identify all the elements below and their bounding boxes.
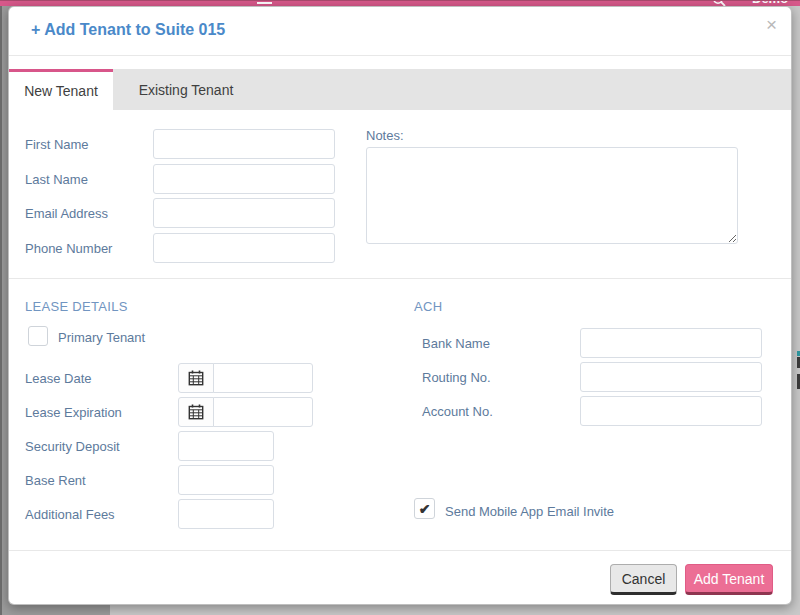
bank-name-label: Bank Name	[422, 336, 490, 351]
background-window-edge	[0, 0, 2, 615]
first-name-label: First Name	[25, 137, 89, 152]
cancel-button[interactable]: Cancel	[610, 564, 677, 595]
first-name-input[interactable]	[153, 129, 335, 159]
calendar-icon[interactable]	[178, 363, 214, 393]
footer-divider	[9, 550, 791, 551]
tab-new-tenant[interactable]: New Tenant	[9, 69, 113, 110]
primary-tenant-checkbox[interactable]	[28, 326, 48, 346]
tab-bar: New Tenant Existing Tenant	[9, 69, 791, 110]
add-tenant-button[interactable]: Add Tenant	[685, 564, 773, 595]
email-input[interactable]	[153, 198, 335, 228]
field-row-account-no: Account No.	[422, 396, 772, 426]
field-row-base-rent: Base Rent	[25, 465, 325, 495]
field-row-bank-name: Bank Name	[422, 328, 772, 358]
security-deposit-label: Security Deposit	[25, 439, 120, 454]
add-tenant-modal: + Add Tenant to Suite 015 × New Tenant E…	[8, 6, 792, 605]
modal-title: + Add Tenant to Suite 015	[31, 21, 225, 39]
phone-input[interactable]	[153, 233, 335, 263]
field-row-routing-no: Routing No.	[422, 362, 772, 392]
additional-fees-label: Additional Fees	[25, 507, 115, 522]
lease-date-input[interactable]	[213, 363, 313, 393]
lease-date-label: Lease Date	[25, 371, 92, 386]
last-name-label: Last Name	[25, 172, 88, 187]
send-invite-label: Send Mobile App Email Invite	[445, 504, 614, 519]
bank-name-input[interactable]	[580, 328, 762, 358]
checkmark-icon: ✔	[419, 501, 431, 517]
calendar-icon[interactable]	[178, 397, 214, 427]
phone-label: Phone Number	[25, 241, 112, 256]
primary-tenant-label: Primary Tenant	[58, 330, 145, 345]
additional-fees-input[interactable]	[178, 499, 274, 529]
modal-header: + Add Tenant to Suite 015 ×	[9, 7, 791, 56]
send-invite-checkbox[interactable]: ✔	[414, 498, 435, 519]
routing-no-input[interactable]	[580, 362, 762, 392]
notes-textarea[interactable]	[366, 147, 738, 244]
field-row-additional-fees: Additional Fees	[25, 499, 325, 529]
tab-existing-tenant[interactable]: Existing Tenant	[113, 69, 259, 110]
section-divider	[9, 278, 791, 279]
routing-no-label: Routing No.	[422, 370, 491, 385]
security-deposit-input[interactable]	[178, 431, 274, 461]
base-rent-label: Base Rent	[25, 473, 86, 488]
account-no-input[interactable]	[580, 396, 762, 426]
field-row-lease-expiration: Lease Expiration	[25, 397, 385, 427]
field-row-security-deposit: Security Deposit	[25, 431, 325, 461]
account-no-label: Account No.	[422, 404, 493, 419]
close-icon[interactable]: ×	[766, 15, 777, 34]
lease-details-heading: LEASE DETAILS	[25, 299, 128, 314]
notes-label: Notes:	[366, 128, 404, 143]
field-row-lease-date: Lease Date	[25, 363, 385, 393]
last-name-input[interactable]	[153, 164, 335, 194]
base-rent-input[interactable]	[178, 465, 274, 495]
ach-heading: ACH	[414, 299, 442, 314]
lease-expiration-input[interactable]	[213, 397, 313, 427]
email-label: Email Address	[25, 206, 108, 221]
lease-expiration-label: Lease Expiration	[25, 405, 122, 420]
